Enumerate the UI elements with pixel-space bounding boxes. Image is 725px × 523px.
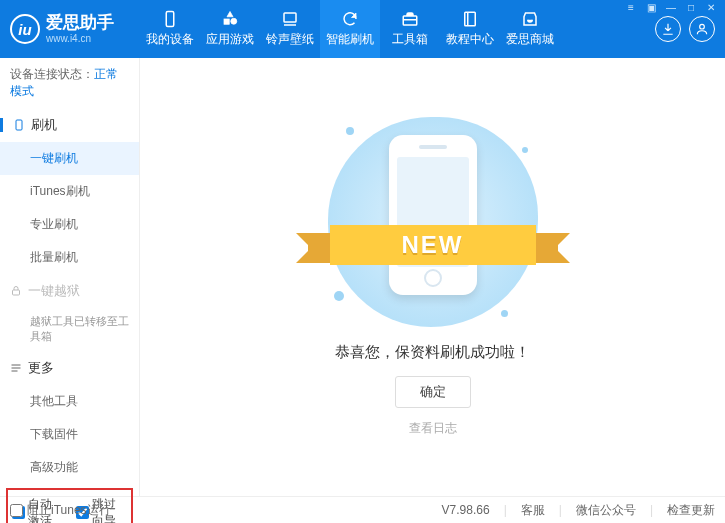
nav-label: 应用游戏	[206, 31, 254, 48]
brand-name: 爱思助手	[46, 14, 114, 33]
nav-label: 我的设备	[146, 31, 194, 48]
jailbreak-note: 越狱工具已转移至工具箱	[0, 308, 139, 351]
svg-rect-0	[166, 12, 174, 27]
sidebar-item-flash-2[interactable]: 专业刷机	[0, 208, 139, 241]
nav-label: 工具箱	[392, 31, 428, 48]
logo-block: iu 爱思助手 www.i4.cn	[10, 14, 140, 44]
window-controls: ≡ ▣ — □ ✕	[623, 2, 719, 13]
book-icon	[460, 10, 480, 28]
version-label: V7.98.66	[442, 503, 490, 517]
sidebar: 设备连接状态：正常模式 刷机 一键刷机iTunes刷机专业刷机批量刷机 一键越狱…	[0, 58, 140, 496]
nav-music[interactable]: 铃声壁纸	[260, 0, 320, 58]
nav-store[interactable]: 爱思商城	[500, 0, 560, 58]
sidebar-item-more-1[interactable]: 下载固件	[0, 418, 139, 451]
connection-status: 设备连接状态：正常模式	[0, 58, 139, 108]
svg-rect-7	[16, 120, 22, 130]
support-link[interactable]: 客服	[521, 502, 545, 519]
user-button[interactable]	[689, 16, 715, 42]
nav-label: 教程中心	[446, 31, 494, 48]
sidebar-item-flash-3[interactable]: 批量刷机	[0, 241, 139, 274]
svg-rect-1	[224, 19, 229, 24]
apps-icon	[220, 10, 240, 28]
minimize-icon[interactable]: —	[663, 2, 679, 13]
new-ribbon: NEW	[330, 225, 536, 265]
logo-icon: iu	[10, 14, 40, 44]
nav-book[interactable]: 教程中心	[440, 0, 500, 58]
close-icon[interactable]: ✕	[703, 2, 719, 13]
view-log-link[interactable]: 查看日志	[409, 420, 457, 437]
nav-label: 爱思商城	[506, 31, 554, 48]
pin-icon[interactable]: ▣	[643, 2, 659, 13]
svg-point-6	[700, 24, 705, 29]
toolbox-icon	[400, 10, 420, 28]
nav-refresh[interactable]: 智能刷机	[320, 0, 380, 58]
status-label: 设备连接状态：	[10, 67, 94, 81]
sidebar-item-flash-1[interactable]: iTunes刷机	[0, 175, 139, 208]
brand-url: www.i4.cn	[46, 33, 114, 44]
svg-rect-3	[284, 13, 296, 22]
more-icon	[10, 362, 22, 374]
refresh-icon	[340, 10, 360, 28]
phone-icon	[389, 135, 477, 295]
success-message: 恭喜您，保资料刷机成功啦！	[335, 343, 530, 362]
nav-label: 智能刷机	[326, 31, 374, 48]
section-flash[interactable]: 刷机	[0, 108, 139, 142]
sidebar-item-flash-0[interactable]: 一键刷机	[0, 142, 139, 175]
section-jailbreak: 一键越狱	[0, 274, 139, 308]
nav-apps[interactable]: 应用游戏	[200, 0, 260, 58]
wechat-link[interactable]: 微信公众号	[576, 502, 636, 519]
svg-point-2	[231, 18, 237, 24]
store-icon	[520, 10, 540, 28]
maximize-icon[interactable]: □	[683, 2, 699, 13]
nav-toolbox[interactable]: 工具箱	[380, 0, 440, 58]
nav-phone[interactable]: 我的设备	[140, 0, 200, 58]
section-more[interactable]: 更多	[0, 351, 139, 385]
music-icon	[280, 10, 300, 28]
main-content: NEW 恭喜您，保资料刷机成功啦！ 确定 查看日志	[140, 58, 725, 496]
phone-icon	[13, 118, 25, 132]
nav-label: 铃声壁纸	[266, 31, 314, 48]
svg-rect-8	[13, 290, 20, 295]
main-nav: 我的设备应用游戏铃声壁纸智能刷机工具箱教程中心爱思商城	[140, 0, 655, 58]
sidebar-item-more-0[interactable]: 其他工具	[0, 385, 139, 418]
menu-icon[interactable]: ≡	[623, 2, 639, 13]
block-itunes-checkbox[interactable]: 阻止iTunes运行	[10, 502, 111, 519]
sidebar-item-more-2[interactable]: 高级功能	[0, 451, 139, 484]
lock-icon	[10, 285, 22, 297]
check-update-link[interactable]: 检查更新	[667, 502, 715, 519]
svg-rect-5	[465, 12, 476, 26]
success-illustration: NEW	[328, 117, 538, 327]
download-button[interactable]	[655, 16, 681, 42]
header: iu 爱思助手 www.i4.cn 我的设备应用游戏铃声壁纸智能刷机工具箱教程中…	[0, 0, 725, 58]
ok-button[interactable]: 确定	[395, 376, 471, 408]
phone-icon	[160, 10, 180, 28]
